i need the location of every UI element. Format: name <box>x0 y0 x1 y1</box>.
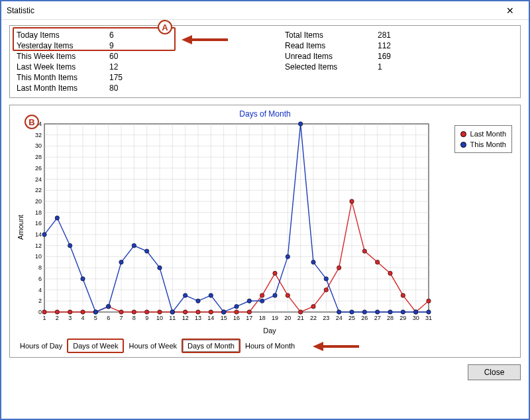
svg-point-140 <box>144 249 148 253</box>
stat-label: Last Week Items <box>17 62 109 72</box>
svg-point-121 <box>298 310 302 314</box>
svg-point-143 <box>183 293 187 297</box>
svg-text:26: 26 <box>361 315 368 321</box>
svg-text:24: 24 <box>35 176 42 183</box>
svg-point-147 <box>235 304 238 308</box>
stat-value: 9 <box>109 40 149 51</box>
stat-label: Read Items <box>285 40 378 51</box>
svg-text:7: 7 <box>119 315 123 321</box>
svg-text:5: 5 <box>94 315 97 321</box>
svg-point-101 <box>42 310 46 314</box>
stats-left-col: Today Items6 Yesterday Items9 This Week … <box>17 30 245 93</box>
chart-legend: Last Month This Month <box>454 125 512 153</box>
stat-value: 60 <box>109 51 149 62</box>
window-title: Statistic <box>7 6 497 15</box>
svg-text:0: 0 <box>38 309 42 315</box>
svg-point-131 <box>427 299 431 303</box>
svg-point-148 <box>247 299 251 303</box>
tab-days-of-week[interactable]: Days of Week <box>68 340 123 352</box>
legend-dot-icon <box>460 131 466 137</box>
svg-point-103 <box>68 310 72 314</box>
svg-point-114 <box>209 310 213 314</box>
stat-label: Yesterday Items <box>17 40 109 51</box>
svg-text:12: 12 <box>35 242 42 249</box>
svg-point-127 <box>375 260 379 264</box>
svg-text:19: 19 <box>272 315 278 321</box>
stat-label: Today Items <box>17 30 109 40</box>
svg-point-118 <box>260 293 264 297</box>
legend-item-last-month: Last Month <box>460 129 506 139</box>
stat-value: 1 <box>378 62 417 72</box>
svg-text:20: 20 <box>35 198 42 205</box>
svg-point-119 <box>273 271 277 275</box>
stat-value: 281 <box>378 30 417 40</box>
svg-point-102 <box>55 310 59 314</box>
svg-text:1: 1 <box>42 315 46 321</box>
y-axis-label: Amount <box>15 120 25 335</box>
svg-text:25: 25 <box>348 315 355 321</box>
svg-point-151 <box>286 254 290 258</box>
stats-right-col: Total Items281 Read Items112 Unread Item… <box>285 30 513 93</box>
tab-hours-of-week[interactable]: Hours of Week <box>124 340 182 352</box>
svg-text:30: 30 <box>413 315 419 321</box>
svg-text:30: 30 <box>35 142 42 149</box>
close-icon[interactable]: ✕ <box>497 5 523 16</box>
svg-point-138 <box>119 260 123 264</box>
svg-point-158 <box>375 310 379 314</box>
legend-label: Last Month <box>470 129 506 139</box>
stat-value: 6 <box>109 30 149 40</box>
svg-point-142 <box>170 310 174 314</box>
svg-point-150 <box>273 293 277 297</box>
svg-text:32: 32 <box>35 132 42 138</box>
svg-text:16: 16 <box>35 220 42 227</box>
tab-hours-of-day[interactable]: Hours of Day <box>15 340 67 352</box>
svg-text:22: 22 <box>310 315 317 321</box>
stat-label: Total Items <box>285 30 378 40</box>
stat-label: Selected Items <box>285 62 378 72</box>
svg-point-133 <box>55 216 59 220</box>
svg-point-108 <box>132 310 136 314</box>
svg-point-162 <box>427 310 431 314</box>
tab-hours-of-month[interactable]: Hours of Month <box>240 340 299 352</box>
svg-text:4: 4 <box>81 315 84 321</box>
stats-panel: Today Items6 Yesterday Items9 This Week … <box>9 25 521 98</box>
svg-text:18: 18 <box>259 315 266 321</box>
svg-point-153 <box>311 260 315 264</box>
svg-point-134 <box>68 244 72 248</box>
svg-text:27: 27 <box>374 315 381 321</box>
svg-text:31: 31 <box>425 315 432 321</box>
svg-text:21: 21 <box>297 315 304 321</box>
svg-point-110 <box>158 310 162 314</box>
svg-text:2: 2 <box>38 297 42 304</box>
svg-text:3: 3 <box>68 315 72 321</box>
svg-text:10: 10 <box>156 315 163 321</box>
svg-text:15: 15 <box>221 315 227 321</box>
svg-text:34: 34 <box>35 121 42 127</box>
chart-panel: Days of Month Amount 0246810121416182022… <box>9 105 521 358</box>
svg-text:17: 17 <box>246 315 252 321</box>
chart-tabs: Hours of Day Days of Week Hours of Week … <box>15 339 515 353</box>
svg-point-135 <box>81 277 85 281</box>
svg-point-155 <box>337 310 341 314</box>
svg-point-125 <box>350 199 354 203</box>
stat-label: This Week Items <box>17 51 109 62</box>
svg-point-113 <box>196 310 200 314</box>
svg-point-152 <box>298 122 302 126</box>
svg-text:13: 13 <box>195 315 201 321</box>
svg-text:18: 18 <box>35 209 42 216</box>
svg-point-117 <box>247 310 251 314</box>
svg-point-159 <box>388 310 392 314</box>
x-axis-label: Day <box>25 327 515 335</box>
chart-title: Days of Month <box>15 109 515 119</box>
svg-text:2: 2 <box>56 315 59 321</box>
svg-text:6: 6 <box>38 276 42 282</box>
svg-text:24: 24 <box>336 315 343 321</box>
stat-value: 175 <box>109 72 149 83</box>
svg-point-124 <box>337 266 341 270</box>
svg-point-122 <box>311 304 315 308</box>
stat-label: Unread Items <box>285 51 378 62</box>
svg-point-116 <box>235 310 238 314</box>
tab-days-of-month[interactable]: Days of Month <box>183 340 239 352</box>
svg-point-129 <box>401 293 405 297</box>
close-button[interactable]: Close <box>468 364 521 380</box>
